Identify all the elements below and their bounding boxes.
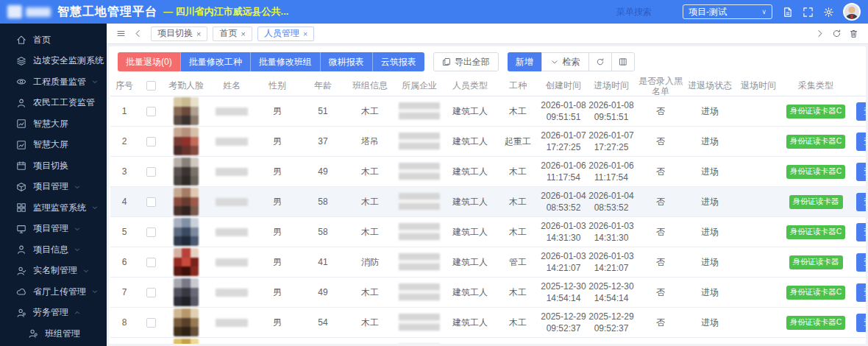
sidebar-item-3[interactable]: 农民工工资监管	[0, 93, 107, 114]
cell-action: 查看	[849, 308, 866, 337]
redacted-name	[216, 258, 248, 266]
sidebar-item-4[interactable]: 智慧大屏	[0, 113, 107, 135]
close-tab-icon[interactable]: ×	[196, 29, 201, 38]
view-button[interactable]: 查看	[856, 314, 866, 332]
cell-status: 进场	[686, 247, 734, 277]
cell-created: 2026-01-0809:51:51	[540, 96, 587, 126]
project-select-value: 项目-测试	[689, 6, 727, 18]
view-button[interactable]: 查看	[856, 223, 866, 241]
scroll-tabs-left-icon[interactable]	[133, 29, 143, 38]
sidebar-item-label: 项目管理	[33, 180, 68, 193]
row-checkbox[interactable]	[146, 288, 156, 297]
view-button[interactable]: 查看	[856, 102, 866, 121]
select-all-checkbox[interactable]	[146, 81, 156, 91]
sidebar-item-label: 边坡安全监测系统	[33, 54, 104, 67]
cell-action: 查看	[849, 96, 866, 126]
sidebar-item-0[interactable]: 首页	[0, 29, 107, 51]
row-checkbox[interactable]	[146, 107, 156, 116]
view-button[interactable]: 查看	[856, 193, 866, 211]
view-button[interactable]: 查看	[856, 133, 866, 151]
table-row[interactable]: 5男58木工建筑工人木工2026-01-0314:31:302026-01-03…	[110, 217, 866, 247]
row-checkbox[interactable]	[146, 318, 156, 328]
table-row[interactable]: 6男41消防建筑工人管工2026-01-0314:21:072026-01-03…	[110, 247, 866, 278]
row-checkbox[interactable]	[146, 197, 156, 207]
refresh-tab-icon[interactable]	[832, 29, 842, 38]
cell-gender: 男	[255, 157, 300, 186]
columns-button[interactable]	[611, 52, 635, 71]
table-row[interactable]: 7男49木工建筑工人木工2025-12-3014:54:142025-12-30…	[110, 278, 866, 308]
tab-label: 人员管理	[264, 27, 299, 40]
project-select[interactable]: 项目-测试 ∨	[683, 4, 772, 19]
document-icon[interactable]	[782, 7, 793, 18]
新增-button[interactable]: 新增	[508, 52, 541, 71]
sidebar-item-10[interactable]: 项目信息	[0, 239, 107, 261]
cell-check	[138, 127, 163, 156]
row-checkbox[interactable]	[146, 137, 156, 146]
检索-button[interactable]: 检索	[541, 52, 589, 71]
refresh-button[interactable]	[588, 52, 612, 71]
sidebar-item-1[interactable]: 边坡安全监测系统	[0, 51, 107, 72]
sidebar-item-9[interactable]: 项目管理	[0, 219, 107, 240]
view-button[interactable]: 查看	[856, 253, 866, 272]
导出全部-button[interactable]: 导出全部	[433, 52, 499, 71]
menu-search-link[interactable]: 菜单搜索	[616, 6, 652, 18]
close-tab-icon[interactable]: ×	[303, 29, 307, 38]
fullscreen-icon[interactable]	[803, 7, 814, 18]
cell-blacklist: 否	[636, 187, 686, 216]
table-row[interactable]: 2男37塔吊建筑工人起重工2026-01-0717:27:252026-01-0…	[110, 127, 866, 157]
cell-name	[209, 127, 255, 156]
sidebar-item-5[interactable]: 智慧大屏	[0, 135, 107, 156]
attendance-face-photo	[174, 97, 199, 125]
cell-seq: 2	[110, 127, 138, 156]
gear-icon[interactable]	[823, 7, 834, 18]
批量修改班组-button[interactable]: 批量修改班组	[250, 52, 320, 71]
row-checkbox[interactable]	[146, 227, 156, 237]
attendance-face-photo	[174, 308, 199, 336]
sidebar-item-2[interactable]: 工程质量监管	[0, 71, 107, 93]
menu-collapse-icon[interactable]	[116, 29, 126, 38]
view-button[interactable]: 查看	[856, 283, 866, 302]
datetime: 2025-12-2909:52:37	[588, 311, 633, 334]
cell-age: 54	[300, 308, 346, 337]
table-row[interactable]: 4男58木工建筑工人木工2026-01-0408:53:522026-01-04…	[110, 187, 866, 217]
sidebar-item-11[interactable]: 实名制管理	[0, 261, 107, 282]
cell-entry: 2026-01-0314:21:07	[587, 247, 636, 277]
avatar[interactable]	[843, 3, 861, 21]
cell-status: 进场	[686, 157, 734, 186]
微耕报表-button[interactable]: 微耕报表	[320, 52, 372, 71]
table-row[interactable]: 3男49木工建筑工人木工2026-01-0611:17:542026-01-06…	[110, 157, 866, 187]
redacted-name	[216, 168, 248, 176]
row-checkbox[interactable]	[146, 258, 156, 267]
button-group: 导出全部	[433, 52, 499, 71]
chart-icon	[16, 119, 26, 129]
scroll-tabs-right-icon[interactable]	[815, 29, 825, 38]
close-tabs-trash-icon[interactable]	[849, 29, 858, 38]
table-row[interactable]: 8男54木工建筑工人木工2025-12-2909:52:372025-12-29…	[110, 308, 866, 338]
table-row[interactable]: 92025-12-292025-12-29身份证读卡器C查看	[110, 338, 866, 344]
cell-action: 查看	[849, 127, 866, 156]
云筑报表-button[interactable]: 云筑报表	[372, 52, 424, 71]
批量修改工种-button[interactable]: 批量修改工种	[180, 52, 250, 71]
table-row[interactable]: 1男51木工建筑工人木工2026-01-0809:51:512026-01-08…	[110, 96, 866, 127]
sidebar-item-7[interactable]: 项目管理	[0, 177, 107, 198]
close-tab-icon[interactable]: ×	[241, 29, 245, 38]
view-button[interactable]: 查看	[856, 163, 866, 181]
sidebar-item-12[interactable]: 省厅上传管理	[0, 281, 107, 303]
tab-人员管理[interactable]: 人员管理 ×	[257, 27, 314, 41]
tab-首页[interactable]: 首页 ×	[213, 27, 252, 41]
sidebar-item-8[interactable]: 监理监管系统	[0, 197, 107, 219]
sidebar-subitem[interactable]: 班组管理	[0, 323, 107, 345]
col-photo: 考勤人脸	[163, 80, 209, 92]
批量退场(0)-button[interactable]: 批量退场(0)	[118, 52, 180, 71]
export-icon	[442, 57, 451, 66]
cell-entry: 2025-12-3014:54:14	[587, 278, 636, 307]
view-button[interactable]: 查看	[856, 344, 866, 345]
cell-ptype: 建筑工人	[444, 96, 496, 126]
row-checkbox[interactable]	[146, 167, 156, 177]
tab-项目切换[interactable]: 项目切换 ×	[151, 27, 207, 41]
datetime: 2026-01-0314:31:30	[588, 220, 633, 244]
cell-exit	[734, 308, 783, 337]
sidebar-item-6[interactable]: 项目切换	[0, 155, 107, 177]
sidebar-item-13[interactable]: 劳务管理	[0, 303, 107, 324]
table-body: 1男51木工建筑工人木工2026-01-0809:51:512026-01-08…	[110, 96, 866, 344]
